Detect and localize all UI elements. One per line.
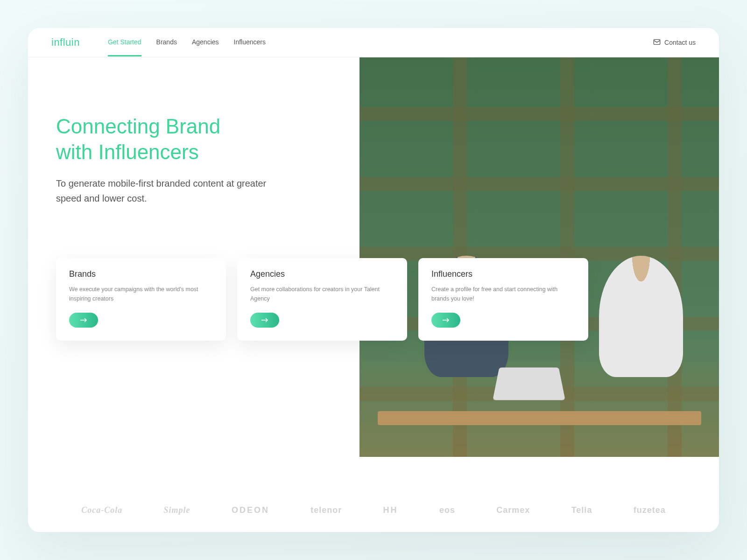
hero-title-line1: Connecting Brand xyxy=(56,115,220,138)
card-influencers-button[interactable] xyxy=(431,313,460,328)
hero-image xyxy=(359,57,719,457)
nav-items: Get Started Brands Agencies Influencers xyxy=(108,38,266,47)
logo-simple: Simple xyxy=(164,505,190,515)
logo-telenor: telenor xyxy=(310,505,342,515)
hero-title: Connecting Brand with Influencers xyxy=(56,113,359,165)
mail-icon xyxy=(653,38,661,47)
laptop-illustration xyxy=(493,368,565,400)
navbar: influin Get Started Brands Agencies Infl… xyxy=(28,28,719,57)
desk-illustration xyxy=(378,411,701,425)
logo[interactable]: influin xyxy=(51,36,80,49)
nav-agencies[interactable]: Agencies xyxy=(192,38,219,56)
logo-carmex: Carmex xyxy=(496,505,530,515)
nav-influencers[interactable]: Influencers xyxy=(234,38,266,56)
card-title: Agencies xyxy=(250,269,394,279)
contact-link[interactable]: Contact us xyxy=(653,38,696,47)
card-desc: Create a profile for free and start conn… xyxy=(431,285,575,303)
arrow-right-icon xyxy=(80,316,87,324)
cards-row: Brands We execute your campaigns with th… xyxy=(56,258,719,341)
contact-label: Contact us xyxy=(664,39,696,46)
brand-logos-row: Coca-Cola Simple ODEON telenor HH eos Ca… xyxy=(28,494,719,532)
card-title: Influencers xyxy=(431,269,575,279)
logo-eos: eos xyxy=(439,505,455,515)
arrow-right-icon xyxy=(442,316,450,324)
hero-subtitle: To generate mobile-first branded content… xyxy=(56,176,280,206)
card-agencies-button[interactable] xyxy=(250,313,279,328)
app-window: influin Get Started Brands Agencies Infl… xyxy=(28,28,719,532)
hero-image-container xyxy=(359,57,719,457)
logo-telia: Telia xyxy=(571,505,592,515)
hero-title-line2: with Influencers xyxy=(56,140,199,163)
logo-fuzetea: fuzetea xyxy=(634,505,666,515)
logo-cocacola: Coca-Cola xyxy=(81,505,122,515)
card-agencies: Agencies Get more collaborations for cre… xyxy=(237,258,407,341)
card-desc: We execute your campaigns with the world… xyxy=(69,285,213,303)
arrow-right-icon xyxy=(261,316,268,324)
card-title: Brands xyxy=(69,269,213,279)
card-brands: Brands We execute your campaigns with th… xyxy=(56,258,226,341)
hero-section: Connecting Brand with Influencers To gen… xyxy=(28,57,719,494)
nav-brands[interactable]: Brands xyxy=(156,38,177,56)
card-brands-button[interactable] xyxy=(69,313,98,328)
logo-odeon: ODEON xyxy=(232,505,269,515)
card-desc: Get more collaborations for creators in … xyxy=(250,285,394,303)
card-influencers: Influencers Create a profile for free an… xyxy=(418,258,588,341)
nav-get-started[interactable]: Get Started xyxy=(108,38,141,56)
logo-hh: HH xyxy=(383,505,398,515)
